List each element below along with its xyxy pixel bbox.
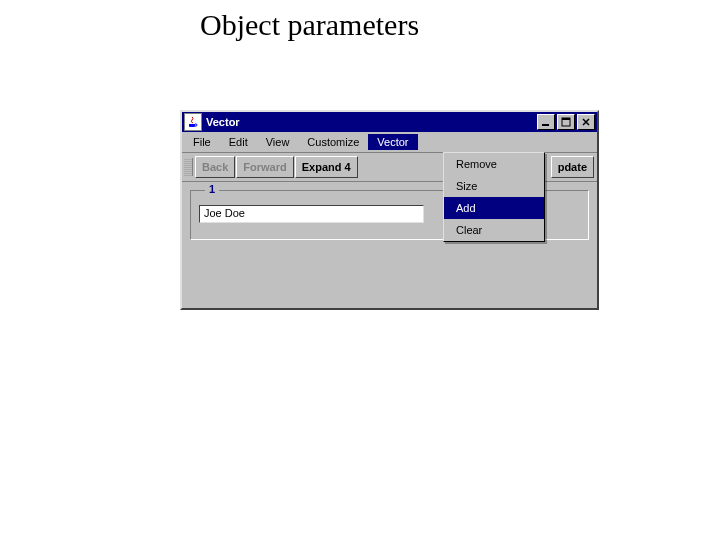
svg-rect-2 xyxy=(562,118,570,120)
menu-vector[interactable]: Vector xyxy=(368,134,417,150)
element-field[interactable]: Joe Doe xyxy=(199,205,424,223)
menu-item-add[interactable]: Add xyxy=(444,197,544,219)
menu-view[interactable]: View xyxy=(257,134,299,150)
menu-item-size[interactable]: Size xyxy=(444,175,544,197)
forward-button[interactable]: Forward xyxy=(236,156,293,178)
page-heading: Object parameters xyxy=(200,8,720,42)
menu-bar: File Edit View Customize Vector xyxy=(182,132,597,153)
toolbar-grip-icon xyxy=(184,158,193,176)
menu-customize[interactable]: Customize xyxy=(298,134,368,150)
vector-menu: Remove Size Add Clear xyxy=(443,152,545,242)
svg-rect-0 xyxy=(542,124,549,126)
menu-edit[interactable]: Edit xyxy=(220,134,257,150)
java-cup-icon xyxy=(184,113,202,131)
close-button[interactable] xyxy=(577,114,595,130)
minimize-button[interactable] xyxy=(537,114,555,130)
menu-file[interactable]: File xyxy=(184,134,220,150)
update-button[interactable]: pdate xyxy=(551,156,594,178)
window-title: Vector xyxy=(206,116,535,128)
back-button[interactable]: Back xyxy=(195,156,235,178)
menu-item-remove[interactable]: Remove xyxy=(444,153,544,175)
expand-button[interactable]: Expand 4 xyxy=(295,156,358,178)
maximize-button[interactable] xyxy=(557,114,575,130)
title-bar[interactable]: Vector xyxy=(182,112,597,132)
menu-item-clear[interactable]: Clear xyxy=(444,219,544,241)
group-legend: 1 xyxy=(205,183,219,195)
